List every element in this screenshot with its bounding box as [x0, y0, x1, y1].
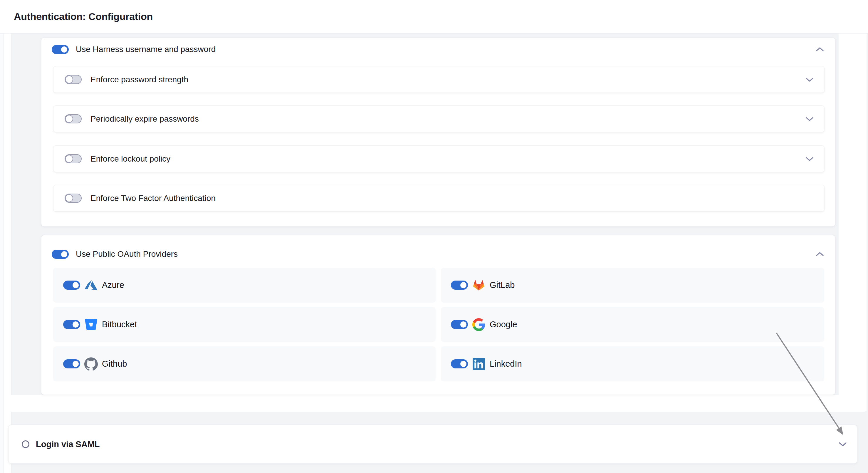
- use-public-oauth-providers-toggle[interactable]: [52, 250, 69, 259]
- github-provider-row[interactable]: Github: [53, 346, 436, 381]
- option-label: Periodically expire passwords: [90, 114, 199, 124]
- toggle-knob: [72, 360, 80, 368]
- auth-panel-footer-band: [8, 395, 867, 412]
- bitbucket-icon: [84, 318, 98, 332]
- linkedin-toggle[interactable]: [451, 359, 468, 369]
- enforce-two-factor-authentication-toggle[interactable]: [65, 194, 82, 203]
- toggle-knob: [60, 45, 68, 54]
- github-toggle[interactable]: [63, 359, 80, 369]
- provider-label: Azure: [102, 280, 124, 290]
- provider-label: Bitbucket: [102, 320, 137, 329]
- azure-toggle[interactable]: [63, 281, 80, 290]
- login-via-saml-section[interactable]: Login via SAML: [8, 425, 857, 464]
- toggle-knob: [72, 281, 80, 289]
- public-oauth-providers-section: Use Public OAuth Providers Azure: [41, 235, 835, 395]
- page-header: Authentication: Configuration: [0, 0, 868, 33]
- periodically-expire-passwords-row[interactable]: Periodically expire passwords: [53, 105, 825, 132]
- enforce-password-strength-toggle[interactable]: [65, 75, 82, 84]
- oauth-section-header: Use Public OAuth Providers: [52, 249, 824, 259]
- gitlab-toggle[interactable]: [451, 281, 468, 290]
- toggle-knob: [65, 75, 73, 84]
- provider-label: LinkedIn: [490, 359, 522, 369]
- google-icon: [472, 318, 486, 332]
- enforce-lockout-policy-toggle[interactable]: [65, 154, 82, 163]
- option-label: Enforce lockout policy: [90, 154, 170, 164]
- login-via-saml-radio[interactable]: [22, 440, 29, 448]
- enforce-lockout-policy-row[interactable]: Enforce lockout policy: [53, 146, 825, 172]
- toggle-knob: [65, 194, 73, 202]
- saml-label: Login via SAML: [36, 440, 100, 449]
- toggle-knob: [459, 320, 467, 328]
- google-toggle[interactable]: [451, 320, 468, 329]
- option-label: Enforce password strength: [90, 75, 188, 84]
- provider-label: Google: [490, 320, 517, 329]
- page-title: Authentication: Configuration: [14, 11, 153, 22]
- chevron-up-icon[interactable]: [816, 251, 824, 257]
- harness-section-header: Use Harness username and password: [52, 44, 824, 55]
- chevron-down-icon[interactable]: [805, 116, 814, 122]
- left-edge-gutter: [0, 33, 3, 473]
- azure-icon: [84, 279, 98, 292]
- toggle-knob: [459, 281, 467, 289]
- github-icon: [84, 357, 98, 371]
- enforce-two-factor-authentication-row[interactable]: Enforce Two Factor Authentication: [53, 185, 825, 212]
- linkedin-icon: [472, 357, 486, 371]
- periodically-expire-passwords-toggle[interactable]: [65, 114, 82, 123]
- bitbucket-toggle[interactable]: [63, 320, 80, 329]
- provider-label: Github: [102, 359, 127, 369]
- toggle-knob: [65, 155, 73, 163]
- oauth-provider-grid: Azure GitLab: [53, 267, 824, 381]
- right-white-panel: [839, 33, 867, 411]
- google-provider-row[interactable]: Google: [441, 307, 824, 342]
- option-label: Enforce Two Factor Authentication: [90, 194, 216, 203]
- chevron-down-icon[interactable]: [805, 156, 814, 162]
- toggle-knob: [459, 360, 467, 368]
- toggle-knob: [60, 250, 68, 258]
- azure-provider-row[interactable]: Azure: [53, 267, 436, 303]
- use-harness-username-password-toggle[interactable]: [52, 45, 69, 54]
- harness-section-label: Use Harness username and password: [76, 45, 216, 54]
- harness-username-password-section: Use Harness username and password Enforc…: [41, 38, 835, 226]
- oauth-section-label: Use Public OAuth Providers: [76, 249, 178, 259]
- chevron-down-icon[interactable]: [805, 77, 814, 82]
- toggle-knob: [65, 115, 73, 123]
- chevron-up-icon[interactable]: [816, 47, 824, 52]
- linkedin-provider-row[interactable]: LinkedIn: [441, 346, 824, 381]
- toggle-knob: [72, 320, 80, 328]
- gitlab-icon: [472, 279, 486, 292]
- bitbucket-provider-row[interactable]: Bitbucket: [53, 307, 436, 342]
- gitlab-provider-row[interactable]: GitLab: [441, 267, 824, 303]
- chevron-down-icon[interactable]: [839, 442, 847, 447]
- provider-label: GitLab: [490, 280, 515, 290]
- enforce-password-strength-row[interactable]: Enforce password strength: [53, 66, 825, 93]
- authentication-configuration-page: Authentication: Configuration Use Harnes…: [0, 0, 868, 473]
